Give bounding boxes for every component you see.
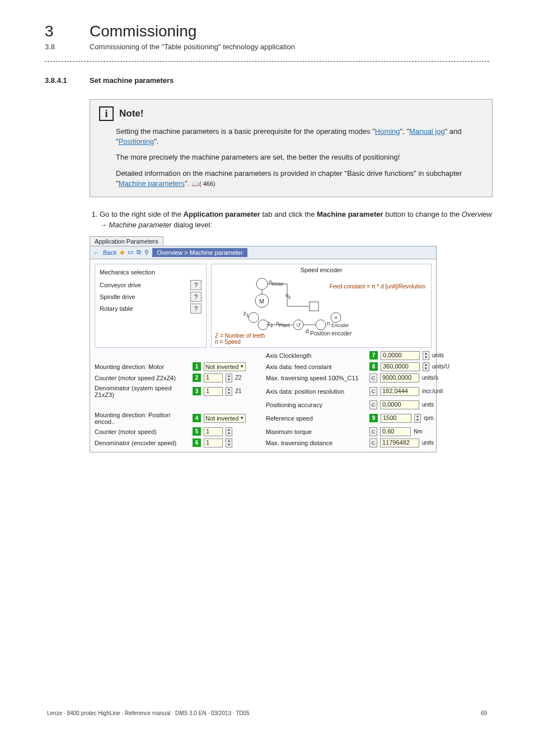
max-torque-input[interactable]: 0,60 xyxy=(380,427,411,436)
toolbar-pin-icon[interactable]: ⚲ xyxy=(144,249,149,256)
note-paragraph-2: The more precisely the machine parameter… xyxy=(116,152,483,162)
mechanics-selection-box: Mechanics selection Conveyor drive ? Spi… xyxy=(95,264,207,348)
marker-9: 9 xyxy=(369,414,378,422)
max-trav-speed-input[interactable]: 9000,0000 xyxy=(380,374,419,382)
info-icon: i xyxy=(99,106,114,121)
diagram-feed-constant-formula: Feed constant = π * d [unit]/Revolution xyxy=(330,283,425,290)
mechanics-rotary-label: Rotary table xyxy=(100,305,133,312)
pos-res-unit: incr./unit xyxy=(422,388,443,394)
diagram-position-encoder-label: Position encoder xyxy=(310,330,352,337)
mechanics-conveyor-help-button[interactable]: ? xyxy=(190,280,202,290)
feed-constant-label: Axis data: feed constant xyxy=(266,363,367,370)
pos-acc-code-button[interactable]: C xyxy=(369,400,377,409)
marker-6: 6 xyxy=(193,438,201,447)
marker-7: 7 xyxy=(369,351,378,360)
diagram-z1-sub: 1 xyxy=(246,312,249,318)
denom-enc-input[interactable]: 1 xyxy=(204,438,223,447)
max-dist-label: Max. traversing distance xyxy=(266,440,367,446)
subsection-title: Commissioning of the "Table positioning"… xyxy=(90,43,295,51)
max-torque-code-button[interactable]: C xyxy=(369,427,377,436)
toolbar: ← Back ◆ ▭ ⧉ ⚲ Overview > Machine parame… xyxy=(90,246,437,259)
step-list: Go to the right side of the Application … xyxy=(90,209,493,231)
denom-sys-spinner[interactable]: ▲▼ xyxy=(226,387,232,396)
denom-sys-unit: Z1 xyxy=(235,388,242,394)
axis-clocklength-unit: units xyxy=(432,352,444,358)
pos-acc-input[interactable]: 0,0000 xyxy=(380,400,419,409)
parameter-grid: . Axis Clocklength 7 0,0000 ▲▼ units Mou… xyxy=(95,351,432,447)
counter-z2z4-input[interactable]: 1 xyxy=(204,374,223,382)
step-text: Go to the right side of the xyxy=(100,210,184,218)
tab-application-parameters[interactable]: Application Parameters xyxy=(90,236,163,246)
mechanics-rotary-help-button[interactable]: ? xyxy=(190,304,202,314)
counter-motor-label: Counter (motor speed) xyxy=(95,428,190,435)
step-text: button to change to the xyxy=(383,210,462,218)
max-torque-label: Maximum torque xyxy=(266,428,367,435)
note-heading: Note! xyxy=(119,108,143,119)
link-machine-parameters[interactable]: Machine parameters xyxy=(119,179,185,188)
back-button[interactable]: Back xyxy=(103,249,116,256)
denom-enc-spinner[interactable]: ▲▼ xyxy=(226,438,232,447)
max-dist-input[interactable]: 11796482 xyxy=(380,438,419,447)
book-ref-text: ( 466) xyxy=(199,180,216,187)
footer-left: Lenze · 8400 protec HighLine · Reference… xyxy=(47,710,250,716)
ref-speed-label: Reference speed xyxy=(266,415,367,422)
ref-speed-spinner[interactable]: ▲▼ xyxy=(414,414,421,423)
pos-res-input[interactable]: 182,0444 xyxy=(380,387,419,396)
link-positioning[interactable]: Positioning xyxy=(119,137,154,146)
diagram-vk-sub: k xyxy=(288,295,291,300)
note-paragraph-3: Detailed information on the machine para… xyxy=(116,169,483,189)
arrow-icon: → xyxy=(100,220,107,231)
mount-motor-combo[interactable]: Not inverted▼ xyxy=(204,362,246,371)
parameter-panel: Mechanics selection Conveyor drive ? Spi… xyxy=(90,259,437,452)
toolbar-help-icon[interactable]: ⧉ xyxy=(137,249,141,256)
denom-sys-input[interactable]: 1 xyxy=(204,387,223,396)
chapter-title: Commissioning xyxy=(90,22,196,40)
subsection-number: 3.8 xyxy=(45,43,90,51)
counter-z2z4-label: Counter (motor speed Z2xZ4) xyxy=(95,375,190,381)
counter-motor-spinner[interactable]: ▲▼ xyxy=(226,427,232,436)
max-trav-speed-label: Max. traversing speed 100%_C11 xyxy=(266,375,367,381)
note-text: ", " xyxy=(400,127,409,136)
marker-4: 4 xyxy=(193,414,201,422)
breadcrumb: Overview > Machine parameter xyxy=(152,248,247,257)
feed-constant-input[interactable]: 360,0000 xyxy=(381,362,420,371)
counter-z2z4-spinner[interactable]: ▲▼ xyxy=(226,374,232,382)
axis-clocklength-label: Axis Clocklength xyxy=(266,352,367,359)
pos-res-code-button[interactable]: C xyxy=(369,387,377,396)
mechanics-spindle-help-button[interactable]: ? xyxy=(190,292,202,302)
axis-clocklength-spinner[interactable]: ▲▼ xyxy=(423,351,429,360)
back-arrow-icon[interactable]: ← xyxy=(93,249,100,256)
book-ref-icon: 📖 xyxy=(191,180,199,187)
max-trav-speed-code-button[interactable]: C xyxy=(369,374,377,382)
note-paragraph-1: Setting the machine parameters is a basi… xyxy=(116,127,483,147)
denom-enc-label: Denominator (encoder speed) xyxy=(95,440,190,446)
chevron-down-icon: ▼ xyxy=(240,416,244,421)
counter-z2z4-unit: Z2 xyxy=(235,375,242,381)
link-manual-jog[interactable]: Manual jog xyxy=(409,127,445,136)
svg-point-8 xyxy=(258,320,268,330)
max-trav-speed-unit: units/s xyxy=(422,375,438,381)
feed-constant-spinner[interactable]: ▲▼ xyxy=(423,362,429,371)
svg-rect-6 xyxy=(310,302,318,311)
note-box: i Note! Setting the machine parameters i… xyxy=(90,99,493,197)
mount-enc-combo[interactable]: Not inverted▼ xyxy=(204,414,246,423)
toolbar-nav-icon[interactable]: ▭ xyxy=(128,249,133,256)
max-torque-unit: Nm xyxy=(414,428,423,435)
svg-point-0 xyxy=(256,278,268,290)
step-bold: Application parameter xyxy=(184,210,260,218)
toolbar-spark-icon[interactable]: ◆ xyxy=(120,249,124,256)
dashed-rule xyxy=(45,61,489,62)
svg-point-14 xyxy=(316,320,326,330)
feed-constant-unit: units/U xyxy=(432,363,449,370)
ref-speed-input[interactable]: 1500 xyxy=(381,414,411,423)
marker-5: 5 xyxy=(193,427,201,436)
axis-clocklength-input[interactable]: 0,0000 xyxy=(381,351,420,360)
ref-speed-unit: rpm xyxy=(424,415,433,421)
counter-motor-input[interactable]: 1 xyxy=(204,427,223,436)
marker-8: 8 xyxy=(369,362,378,371)
link-homing[interactable]: Homing xyxy=(375,127,400,136)
diagram-n-motor-sub: Motor xyxy=(272,281,284,287)
mount-motor-label: Mounting direction: Motor xyxy=(95,363,190,370)
footer-page-number: 69 xyxy=(481,710,487,716)
max-dist-code-button[interactable]: C xyxy=(369,438,377,447)
